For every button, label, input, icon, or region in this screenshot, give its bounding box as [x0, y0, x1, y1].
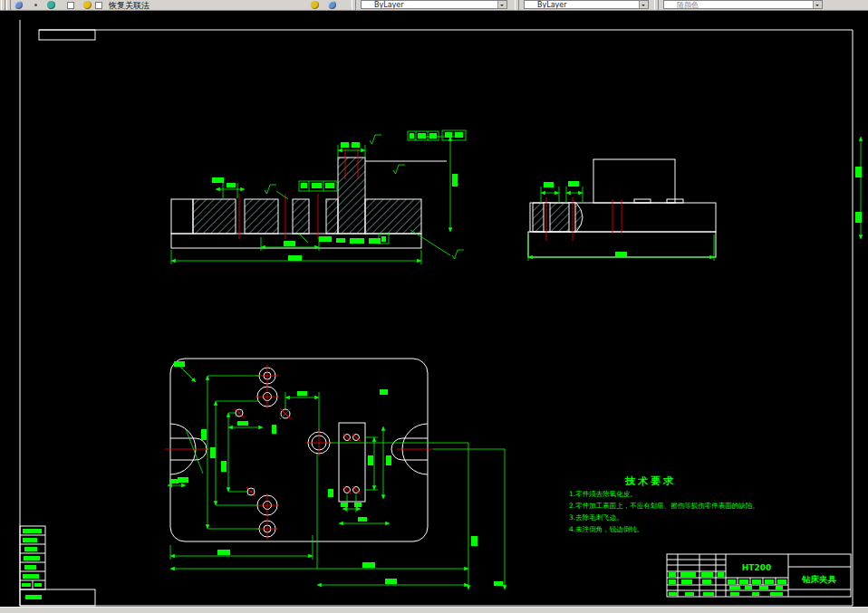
part-name-label: 钻床夹具 — [801, 574, 837, 584]
checkbox-icon[interactable] — [95, 2, 102, 9]
chevron-down-icon — [813, 1, 822, 9]
front-section-view — [171, 130, 862, 264]
tech-requirements-title: 技术要求 — [625, 474, 868, 488]
bottom-bar — [0, 607, 868, 613]
toolbar-grip[interactable] — [352, 0, 356, 10]
color-combo[interactable]: ByLayer — [361, 0, 507, 9]
toolbar-grip[interactable] — [1, 0, 5, 10]
plot-style-combo-value: 随颜色 — [664, 1, 822, 9]
globe-icon[interactable] — [14, 1, 23, 9]
tech-requirement-item: 1.零件须去除氧化皮。 — [569, 488, 868, 500]
revision-table — [20, 526, 95, 606]
side-view — [528, 159, 716, 261]
bulb-icon[interactable] — [83, 1, 92, 9]
tech-requirement-item: 4.未注倒角，锐边倒钝。 — [569, 523, 868, 535]
toolbar-grip[interactable] — [6, 0, 11, 10]
tech-requirements: 技术要求 1.零件须去除氧化皮。 2.零件加工表面上，不应有划痕、擦伤等损伤零件… — [569, 474, 868, 535]
material-label: HT200 — [742, 563, 771, 572]
chevron-down-icon[interactable] — [497, 1, 506, 9]
plot-style-combo: 随颜色 — [663, 0, 823, 9]
dot-icon[interactable] — [34, 4, 37, 6]
color-combo-value: ByLayer — [362, 1, 506, 9]
toolbar-mode-label: 恢复关联法 — [109, 0, 149, 10]
linetype-combo-value: ByLayer — [525, 1, 648, 9]
title-block: HT200 钻床夹具 — [667, 554, 851, 597]
layers-icon[interactable] — [47, 1, 55, 9]
chevron-down-icon[interactable] — [639, 1, 648, 9]
tech-requirement-item: 2.零件加工表面上，不应有划痕、擦伤等损伤零件表面的缺陷。 — [569, 500, 868, 512]
sphere-icon[interactable] — [328, 1, 336, 9]
plan-view — [165, 359, 505, 589]
toolbar-grip[interactable] — [654, 0, 659, 10]
toolbar-grip[interactable] — [515, 0, 519, 10]
tech-requirement-item: 3.去除毛刺飞边。 — [569, 512, 868, 523]
pencil-icon[interactable] — [311, 1, 319, 9]
linetype-combo[interactable]: ByLayer — [524, 0, 649, 9]
checkbox-icon[interactable] — [67, 2, 74, 9]
toolbar: 恢复关联法 ByLayer ByLayer 随颜色 — [0, 0, 868, 11]
